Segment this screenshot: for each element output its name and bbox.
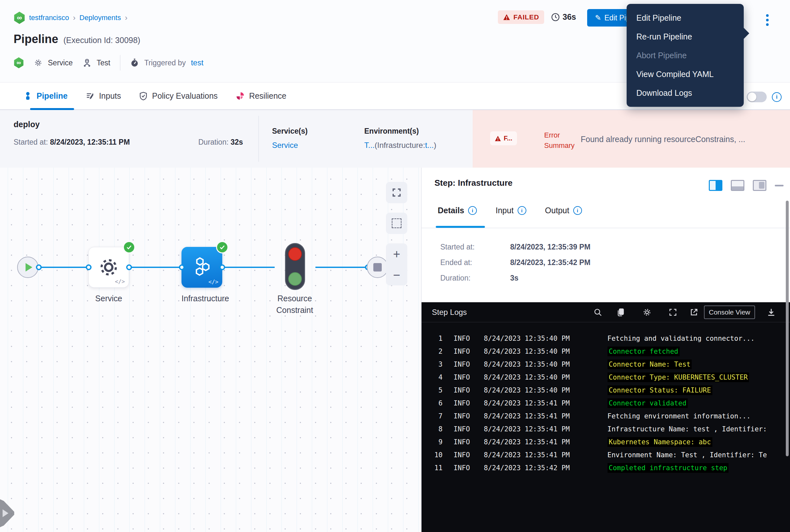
- title-row: Pipeline (Execution Id: 30098): [14, 32, 140, 46]
- canvas-select-button[interactable]: [386, 213, 407, 234]
- log-line: 2INFO8/24/2023 12:35:40 PMConnector fetc…: [422, 345, 790, 358]
- hexagons-icon: [190, 255, 213, 279]
- menu-item-rerun-pipeline[interactable]: Re-run Pipeline: [627, 32, 744, 41]
- layout-floating-panel-button[interactable]: [753, 180, 766, 191]
- port: [126, 264, 132, 270]
- app-root: ∞ testfrancisco › Deployments › Pipeline…: [0, 0, 790, 532]
- external-link-icon[interactable]: [688, 306, 700, 319]
- stage-summary-bar: deploy Started at: 8/24/2023, 12:35:11 P…: [0, 110, 790, 168]
- meta-divider: [120, 55, 120, 71]
- pipeline-meta-row: ∞ Service Test Triggered by test: [14, 54, 204, 71]
- panel-scrollbar[interactable]: [786, 201, 789, 456]
- detail-row-ended: Ended at: 8/24/2023, 12:35:42 PM: [440, 258, 591, 267]
- end-node[interactable]: [367, 256, 388, 278]
- environment-icon: [82, 58, 92, 67]
- panel-divider: [422, 228, 790, 228]
- log-line: 11INFO8/24/2023 12:35:42 PMCompleted inf…: [422, 461, 790, 474]
- canvas-fullscreen-button[interactable]: [386, 182, 407, 203]
- info-icon: i: [573, 206, 582, 215]
- breadcrumb: ∞ testfrancisco › Deployments ›: [14, 12, 128, 24]
- log-line: 1INFO8/24/2023 12:35:40 PMFetching and v…: [422, 332, 790, 345]
- layout-horizontal-split-button[interactable]: [731, 180, 745, 191]
- service-link[interactable]: Service: [272, 141, 308, 150]
- tab-policy-evaluations[interactable]: Policy Evaluations: [139, 91, 218, 101]
- error-summary-zone: F... Error Summary Found already running…: [473, 110, 790, 168]
- elapsed-time: 36s: [551, 12, 576, 22]
- step-logs-section: Step Logs Conso: [422, 302, 790, 532]
- breadcrumb-deployments-link[interactable]: Deployments: [80, 14, 121, 22]
- zoom-out-button[interactable]: −: [393, 269, 400, 281]
- meta-service-label: Service: [48, 59, 73, 67]
- edge-infra-rc: [222, 267, 275, 268]
- gear-icon: [34, 58, 43, 67]
- environments-label: Environment(s): [364, 127, 437, 136]
- left-panel-handle[interactable]: [0, 495, 14, 531]
- node-service[interactable]: </>: [88, 247, 129, 288]
- services-column: Service(s) Service: [272, 127, 308, 150]
- breadcrumb-project-link[interactable]: testfrancisco: [29, 14, 69, 22]
- log-line: 4INFO8/24/2023 12:35:40 PMConnector Type…: [422, 371, 790, 384]
- edge-start-service: [39, 267, 89, 268]
- success-check-icon: [216, 241, 228, 253]
- tab-details[interactable]: Detailsi: [438, 206, 477, 215]
- triggered-by-user-link[interactable]: test: [191, 58, 204, 67]
- resilience-icon: [236, 92, 245, 100]
- pipeline-icon: [24, 92, 32, 101]
- tab-pipeline[interactable]: Pipeline: [24, 91, 68, 101]
- menu-item-view-compiled-yaml[interactable]: View Compiled YAML: [627, 69, 744, 79]
- node-infrastructure[interactable]: </>: [181, 247, 222, 288]
- node-resource-constraint[interactable]: [285, 243, 305, 290]
- pipeline-canvas[interactable]: </> Service </> Infrastructure: [0, 168, 421, 532]
- detail-row-started: Started at: 8/24/2023, 12:35:39 PM: [440, 243, 591, 251]
- start-node[interactable]: [17, 256, 38, 278]
- inputs-icon: [86, 92, 94, 100]
- error-status-badge: F...: [490, 131, 517, 145]
- main-content: </> Service </> Infrastructure: [0, 168, 790, 532]
- meta-environment-label: Test: [97, 59, 110, 67]
- layout-vertical-split-button[interactable]: [709, 180, 722, 191]
- menu-item-abort-pipeline: Abort Pipeline: [627, 51, 744, 60]
- canvas-zoom-controls: + −: [386, 243, 407, 285]
- download-icon[interactable]: [765, 306, 777, 319]
- error-summary-message: Found already running resourceConstrains…: [581, 135, 787, 144]
- console-view-button[interactable]: Console View: [704, 305, 755, 319]
- fullscreen-icon[interactable]: [667, 306, 679, 319]
- info-icon: i: [518, 206, 526, 215]
- minimize-panel-button[interactable]: [775, 185, 784, 186]
- stage-duration: Duration: 32s: [198, 138, 243, 147]
- log-line: 6INFO8/24/2023 12:35:41 PMConnector vali…: [422, 397, 790, 410]
- zoom-in-button[interactable]: +: [393, 248, 400, 260]
- log-body[interactable]: 1INFO8/24/2023 12:35:40 PMFetching and v…: [422, 332, 790, 532]
- log-line: 7INFO8/24/2023 12:35:41 PMFetching envir…: [422, 410, 790, 423]
- code-icon: </>: [115, 278, 125, 285]
- options-dropdown-menu: Edit Pipeline Re-run Pipeline Abort Pipe…: [627, 4, 744, 107]
- services-label: Service(s): [272, 127, 308, 136]
- environment-link[interactable]: T...(Infrastructure:t...): [364, 141, 437, 150]
- tab-output[interactable]: Outputi: [545, 206, 582, 215]
- fullscreen-icon: [391, 187, 402, 198]
- clock-icon: [551, 13, 560, 22]
- selection-icon: [392, 218, 402, 228]
- log-line: 10INFO8/24/2023 12:35:41 PMEnvironment N…: [422, 449, 790, 461]
- stage-name: deploy: [14, 120, 40, 129]
- menu-item-edit-pipeline[interactable]: Edit Pipeline: [627, 13, 744, 23]
- view-toggle-switch[interactable]: [747, 92, 767, 102]
- info-icon[interactable]: i: [772, 92, 782, 102]
- tab-input[interactable]: Inputi: [496, 206, 526, 215]
- edge-service-infra: [129, 267, 182, 268]
- warning-icon: [495, 136, 501, 141]
- search-icon[interactable]: [592, 306, 604, 319]
- copy-icon[interactable]: [615, 306, 627, 319]
- more-options-kebab-icon[interactable]: [761, 11, 774, 29]
- tab-inputs[interactable]: Inputs: [86, 91, 121, 101]
- step-logs-title: Step Logs: [432, 308, 467, 317]
- gear-icon[interactable]: [641, 306, 653, 319]
- step-details-panel: Step: Infrastructure Detailsi Inputi Out…: [421, 168, 790, 532]
- menu-item-download-logs[interactable]: Download Logs: [627, 88, 744, 98]
- play-icon: [25, 263, 32, 271]
- harness-cd-icon: ∞: [14, 57, 24, 68]
- shield-check-icon: [139, 92, 148, 101]
- tab-resilience[interactable]: Resilience: [236, 91, 286, 101]
- stage-started-at: Started at: 8/24/2023, 12:35:11 PM: [14, 138, 130, 147]
- page-title: Pipeline: [14, 32, 58, 46]
